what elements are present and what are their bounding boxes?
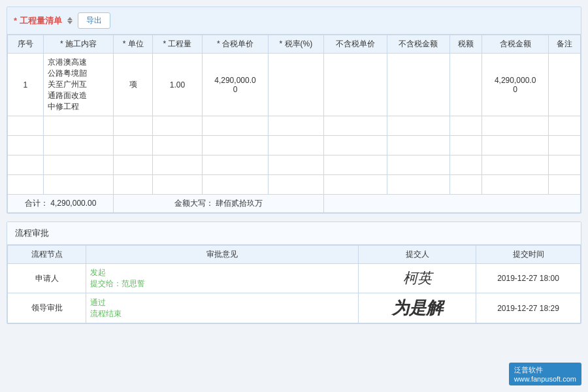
flow-col-node: 流程节点 <box>8 246 86 264</box>
col-header-unit-price-notax: 不含税单价 <box>323 35 387 54</box>
flow-title: 流程审批 <box>7 222 581 245</box>
empty-row <box>8 136 581 155</box>
cell-tax <box>450 54 482 116</box>
col-header-unit-price-tax: * 合税单价 <box>202 35 268 54</box>
flow-opinion-applicant: 发起 提交给：范思誓 <box>86 264 359 293</box>
amount-text-value: 肆佰贰拾玖万 <box>216 199 263 208</box>
flow-time-leader: 2019-12-27 18:29 <box>476 293 581 323</box>
cell-amount-tax: 4,290,000.00 <box>482 54 548 116</box>
col-header-unit: * 单位 <box>114 35 153 54</box>
toolbar-title: 工程量清单 <box>14 15 62 27</box>
flow-submitter-leader: 为是解 <box>359 293 476 323</box>
cell-index: 1 <box>8 54 44 116</box>
flow-col-submitter: 提交人 <box>359 246 476 264</box>
flow-opinion-leader: 通过 流程结束 <box>86 293 359 323</box>
cell-unit-price-tax: 4,290,000.00 <box>202 54 268 116</box>
cell-quantity: 1.00 <box>153 54 203 116</box>
col-header-remark: 备注 <box>548 35 580 54</box>
col-header-quantity: * 工程量 <box>153 35 203 54</box>
cell-content: 京港澳高速公路粤境韶关至广州互通路面改造中修工程 <box>43 54 114 116</box>
empty-row <box>8 116 581 136</box>
table-row: 1 京港澳高速公路粤境韶关至广州互通路面改造中修工程 项 1.00 4,290,… <box>8 54 581 116</box>
summary-row: 合计： 4,290,000.00 金额大写： 肆佰贰拾玖万 <box>8 195 581 213</box>
empty-row <box>8 155 581 175</box>
flow-row-applicant: 申请人 发起 提交给：范思誓 柯英 2019-12-27 18:00 <box>8 264 581 293</box>
sort-icon[interactable] <box>67 17 73 24</box>
flow-col-time: 提交时间 <box>476 246 581 264</box>
col-header-index: 序号 <box>8 35 44 54</box>
flow-time-applicant: 2019-12-27 18:00 <box>476 264 581 293</box>
flow-node-leader: 领导审批 <box>8 293 86 323</box>
quantity-table: 序号 * 施工内容 * 单位 * 工程量 * 合税单价 * 税率(%) 不含税单… <box>7 35 581 213</box>
cell-amount-notax <box>387 54 450 116</box>
toolbar: 工程量清单 导出 <box>7 7 581 35</box>
empty-row <box>8 175 581 195</box>
col-header-tax: 税额 <box>450 35 482 54</box>
cell-tax-rate <box>269 54 323 116</box>
summary-empty <box>323 195 580 213</box>
flow-table: 流程节点 审批意见 提交人 提交时间 申请人 发起 提交给：范思誓 柯英 201… <box>7 245 581 323</box>
col-header-amount-notax: 不含税金额 <box>387 35 450 54</box>
col-header-amount-tax: 含税金额 <box>482 35 548 54</box>
export-button[interactable]: 导出 <box>78 12 110 29</box>
flow-col-opinion: 审批意见 <box>86 246 359 264</box>
flow-submitter-applicant: 柯英 <box>359 264 476 293</box>
total-value: 4,290,000.00 <box>50 199 96 208</box>
cell-remark <box>548 54 580 116</box>
total-label: 合计： 4,290,000.00 <box>8 195 114 213</box>
col-header-content: * 施工内容 <box>43 35 114 54</box>
cell-unit: 项 <box>114 54 153 116</box>
cell-unit-price-notax <box>323 54 387 116</box>
flow-approval-section: 流程审批 流程节点 审批意见 提交人 提交时间 申请人 发起 提交给：范思誓 柯… <box>7 221 581 324</box>
flow-node-applicant: 申请人 <box>8 264 86 293</box>
col-header-tax-rate: * 税率(%) <box>269 35 323 54</box>
flow-row-leader: 领导审批 通过 流程结束 为是解 2019-12-27 18:29 <box>8 293 581 323</box>
amount-text-cell: 金额大写： 肆佰贰拾玖万 <box>114 195 323 213</box>
